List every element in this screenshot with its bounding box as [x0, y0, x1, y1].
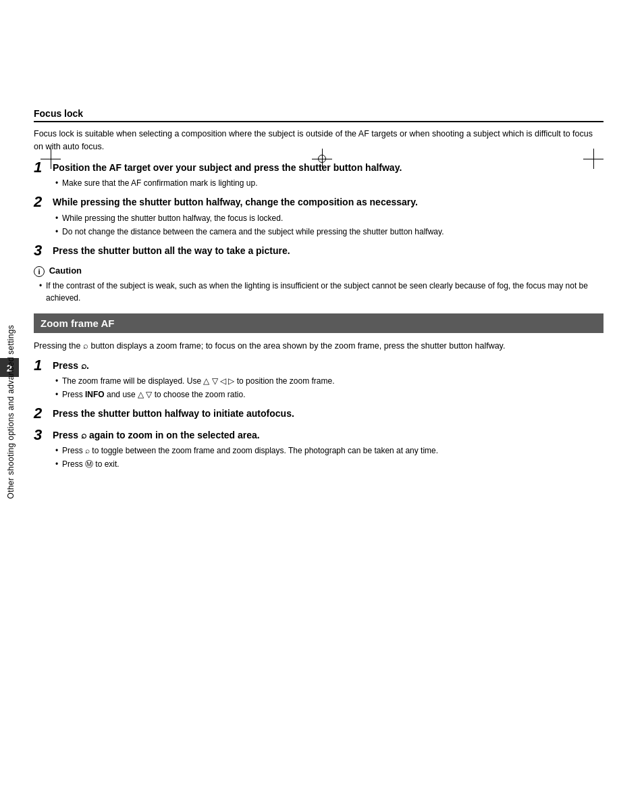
- zoom-step-main-3: Press ⌕ again to zoom in on the selected…: [53, 429, 603, 442]
- zoom-step-bullets-3: Press ⌕ to toggle between the zoom frame…: [53, 445, 603, 470]
- sidebar-label: Other shooting options and advanced sett…: [6, 325, 16, 499]
- zoom-step-content-1: Press ⌕. The zoom frame will be displaye…: [53, 359, 603, 403]
- focus-lock-step-2: 2 While pressing the shutter button half…: [34, 196, 603, 239]
- caution-bullet-1: If the contrast of the subject is weak, …: [36, 280, 603, 304]
- step-number-2: 2: [34, 195, 53, 209]
- zoom-step-bullet-3-2: Press Ⓜ to exit.: [53, 458, 603, 470]
- zoom-frame-af-section: Zoom frame AF Pressing the ⌕ button disp…: [34, 313, 603, 472]
- zoom-step-bullet-1-1: The zoom frame will be displayed. Use △ …: [53, 375, 603, 387]
- step-bullet-1-1: Make sure that the AF confirmation mark …: [53, 177, 603, 189]
- zoom-step-number-1: 1: [34, 358, 53, 373]
- focus-lock-title: Focus lock: [34, 108, 603, 122]
- zoom-step-bullet-3-1: Press ⌕ to toggle between the zoom frame…: [53, 445, 603, 457]
- step-content-2: While pressing the shutter button halfwa…: [53, 196, 603, 239]
- focus-lock-section: Focus lock Focus lock is suitable when s…: [34, 108, 603, 304]
- zoom-step-1: 1 Press ⌕. The zoom frame will be displa…: [34, 359, 603, 403]
- caution-box: i Caution If the contrast of the subject…: [34, 265, 603, 304]
- reg-mark-tc: [312, 149, 332, 169]
- step-bullet-2-2: Do not change the distance between the c…: [53, 226, 603, 238]
- caution-icon: i: [34, 266, 45, 277]
- sidebar-container: Other shooting options and advanced sett…: [0, 250, 22, 574]
- step-bullets-2: While pressing the shutter button halfwa…: [53, 212, 603, 238]
- step-number-3: 3: [34, 243, 53, 258]
- zoom-step-3: 3 Press ⌕ again to zoom in on the select…: [34, 429, 603, 472]
- zoom-frame-af-intro: Pressing the ⌕ button displays a zoom fr…: [34, 340, 603, 353]
- reg-mark-tr: [583, 149, 603, 169]
- zoom-step-number-2: 2: [34, 406, 53, 421]
- zoom-step-main-2: Press the shutter button halfway to init…: [53, 407, 603, 421]
- zoom-step-bullets-1: The zoom frame will be displayed. Use △ …: [53, 375, 603, 401]
- zoom-step-2: 2 Press the shutter button halfway to in…: [34, 407, 603, 424]
- step-bullet-2-1: While pressing the shutter button halfwa…: [53, 212, 603, 224]
- step-bullets-1: Make sure that the AF confirmation mark …: [53, 177, 603, 189]
- zoom-step-number-3: 3: [34, 428, 53, 442]
- caution-title: i Caution: [34, 265, 603, 277]
- focus-lock-step-3: 3 Press the shutter button all the way t…: [34, 245, 603, 261]
- page: 2 Other shooting options and advanced se…: [0, 108, 644, 812]
- reg-mark-tl: [41, 149, 61, 169]
- zoom-frame-af-title: Zoom frame AF: [34, 313, 603, 333]
- zoom-step-bullet-1-2: Press INFO and use △ ▽ to choose the zoo…: [53, 388, 603, 401]
- step-main-3: Press the shutter button all the way to …: [53, 245, 603, 258]
- main-content: Focus lock Focus lock is suitable when s…: [34, 108, 603, 531]
- zoom-step-content-3: Press ⌕ again to zoom in on the selected…: [53, 429, 603, 472]
- info-button-label: INFO: [85, 390, 105, 399]
- zoom-step-content-2: Press the shutter button halfway to init…: [53, 407, 603, 424]
- step-main-2: While pressing the shutter button halfwa…: [53, 196, 603, 209]
- step-content-3: Press the shutter button all the way to …: [53, 245, 603, 261]
- zoom-step-main-1: Press ⌕.: [53, 359, 603, 373]
- caution-bullets: If the contrast of the subject is weak, …: [36, 280, 603, 304]
